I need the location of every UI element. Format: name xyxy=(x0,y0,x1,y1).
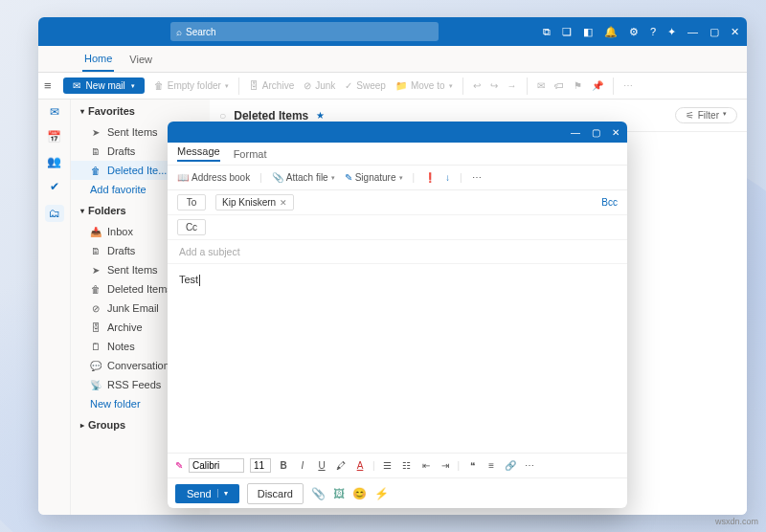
titlebar-actions: ⧉ ❏ ◧ 🔔 ⚙ ? ✦ — ▢ ✕ xyxy=(543,26,739,38)
font-name-input[interactable] xyxy=(189,458,244,473)
maximize-icon[interactable]: ▢ xyxy=(592,127,600,138)
rail-mail-icon[interactable]: ✉ xyxy=(50,105,59,119)
more-icon[interactable]: ⋯ xyxy=(623,80,633,91)
rail-check-icon[interactable]: ✔ xyxy=(50,180,59,193)
reply-icon: ↩ xyxy=(473,80,481,91)
attach-icon[interactable]: 📎 xyxy=(311,487,326,500)
rail-calendar-icon[interactable]: 📅 xyxy=(47,130,61,144)
cc-row: Cc xyxy=(168,215,627,240)
note-icon[interactable]: ❏ xyxy=(562,26,572,38)
compose-titlebar: — ▢ ✕ xyxy=(168,122,627,143)
send-button[interactable]: Send ▾ xyxy=(175,484,239,503)
to-button[interactable]: To xyxy=(177,194,206,211)
favorites-header[interactable]: ▾Favorites xyxy=(71,100,210,122)
emoji-icon[interactable]: 😊 xyxy=(352,487,367,500)
help-icon[interactable]: ? xyxy=(650,26,656,38)
format-painter-icon[interactable]: ✎ xyxy=(175,460,183,471)
app-rail: ✉ 📅 👥 ✔ 🗂 xyxy=(38,100,71,515)
pen-icon: ✎ xyxy=(345,172,352,183)
importance-high-icon[interactable]: ❗ xyxy=(424,172,436,183)
tab-view[interactable]: View xyxy=(127,48,154,71)
bcc-link[interactable]: Bcc xyxy=(601,197,618,208)
indent-icon[interactable]: ⇥ xyxy=(439,460,452,471)
tab-message[interactable]: Message xyxy=(177,145,220,162)
minimize-icon[interactable]: — xyxy=(571,127,580,138)
font-size-input[interactable] xyxy=(250,458,271,473)
format-toolbar: ✎ B I U 🖍 A | ☰ ☷ ⇤ ⇥ | ❝ ≡ 🔗 ⋯ xyxy=(168,453,627,477)
tag-icon: 🏷 xyxy=(554,80,564,91)
recipient-name: Kip Kniskern xyxy=(222,197,276,208)
compose-ribbon: 📖Address book | 📎Attach file▾ ✎Signature… xyxy=(168,166,627,190)
numbering-icon[interactable]: ☷ xyxy=(400,460,414,471)
align-left-icon[interactable]: ≡ xyxy=(484,460,498,471)
cc-button[interactable]: Cc xyxy=(177,219,206,235)
signature-button[interactable]: ✎Signature▾ xyxy=(345,172,403,183)
message-body[interactable]: Test xyxy=(168,264,627,453)
app-icon[interactable]: ◧ xyxy=(583,26,593,38)
highlight-icon[interactable]: 🖍 xyxy=(334,460,348,471)
discard-button[interactable]: Discard xyxy=(247,483,304,504)
chevron-down-icon: ▾ xyxy=(131,82,135,90)
outdent-icon[interactable]: ⇤ xyxy=(419,460,433,471)
draft-icon: 🗎 xyxy=(90,146,101,157)
subject-input[interactable]: Add a subject xyxy=(168,240,627,264)
pin-icon: 📌 xyxy=(592,80,603,91)
compose-tabs: Message Format xyxy=(168,143,627,166)
compose-window: — ▢ ✕ Message Format 📖Address book | 📎At… xyxy=(168,122,627,508)
minimize-icon[interactable]: — xyxy=(687,26,698,38)
attach-file-button[interactable]: 📎Attach file▾ xyxy=(272,172,335,183)
new-mail-button[interactable]: ✉ New mail ▾ xyxy=(63,78,145,94)
picture-icon[interactable]: 🖼 xyxy=(333,487,345,500)
archive-button: 🗄Archive xyxy=(249,80,294,91)
flag-icon: ⚑ xyxy=(574,80,582,91)
chevron-down-icon: ▾ xyxy=(80,107,84,116)
font-color-icon[interactable]: A xyxy=(353,460,367,471)
more-icon[interactable]: ⋯ xyxy=(472,172,482,183)
tab-home[interactable]: Home xyxy=(82,47,114,72)
bullets-icon[interactable]: ☰ xyxy=(381,460,394,471)
chevron-down-icon: ▾ xyxy=(225,82,229,90)
close-icon[interactable]: ✕ xyxy=(731,26,739,38)
meeting-icon[interactable]: ⧉ xyxy=(543,26,551,38)
search-input[interactable]: ⌕ Search xyxy=(170,22,439,41)
separator xyxy=(238,78,239,95)
hamburger-icon[interactable]: ≡ xyxy=(44,78,52,93)
select-all-checkbox[interactable]: ○ xyxy=(219,109,226,122)
address-book-button[interactable]: 📖Address book xyxy=(177,172,250,183)
send-split-icon[interactable]: ▾ xyxy=(217,489,228,498)
italic-icon[interactable]: I xyxy=(296,460,309,471)
mail-icon: ✉ xyxy=(73,80,80,91)
underline-icon[interactable]: U xyxy=(315,460,328,471)
rail-files-icon[interactable]: 🗂 xyxy=(45,205,64,222)
remove-recipient-icon[interactable]: ✕ xyxy=(280,198,287,208)
chevron-down-icon: ▾ xyxy=(723,110,727,121)
empty-folder-button[interactable]: 🗑 Empty folder ▾ xyxy=(154,80,229,91)
forward-icon: → xyxy=(507,80,517,91)
tab-format[interactable]: Format xyxy=(234,148,267,160)
move-to-button: 📁Move to▾ xyxy=(395,80,453,91)
link-icon[interactable]: 🔗 xyxy=(504,460,517,471)
chevron-right-icon: ▸ xyxy=(80,421,84,430)
maximize-icon[interactable]: ▢ xyxy=(710,26,719,38)
star-icon[interactable]: ★ xyxy=(316,110,325,121)
importance-low-icon[interactable]: ↓ xyxy=(445,172,450,183)
close-icon[interactable]: ✕ xyxy=(612,127,620,138)
more-format-icon[interactable]: ⋯ xyxy=(523,460,536,471)
more-action-icon[interactable]: ⚡ xyxy=(374,487,389,500)
search-icon: ⌕ xyxy=(176,27,182,37)
trash-icon: 🗑 xyxy=(90,166,101,176)
separator xyxy=(462,78,463,95)
filter-button[interactable]: ⚟ Filter ▾ xyxy=(675,107,737,123)
chevron-down-icon: ▾ xyxy=(80,207,84,215)
junk-button: ⊘Junk xyxy=(304,80,335,91)
bold-icon[interactable]: B xyxy=(277,460,290,471)
quote-icon[interactable]: ❝ xyxy=(465,460,479,471)
recipient-chip[interactable]: Kip Kniskern ✕ xyxy=(215,194,294,211)
sparkle-icon[interactable]: ✦ xyxy=(667,26,676,38)
settings-icon[interactable]: ⚙ xyxy=(629,26,639,38)
filter-icon: ⚟ xyxy=(686,110,694,121)
rail-people-icon[interactable]: 👥 xyxy=(47,155,61,168)
bell-icon[interactable]: 🔔 xyxy=(604,26,618,38)
main-titlebar: ⌕ Search ⧉ ❏ ◧ 🔔 ⚙ ? ✦ — ▢ ✕ xyxy=(38,17,747,46)
chevron-down-icon: ▾ xyxy=(331,174,335,182)
